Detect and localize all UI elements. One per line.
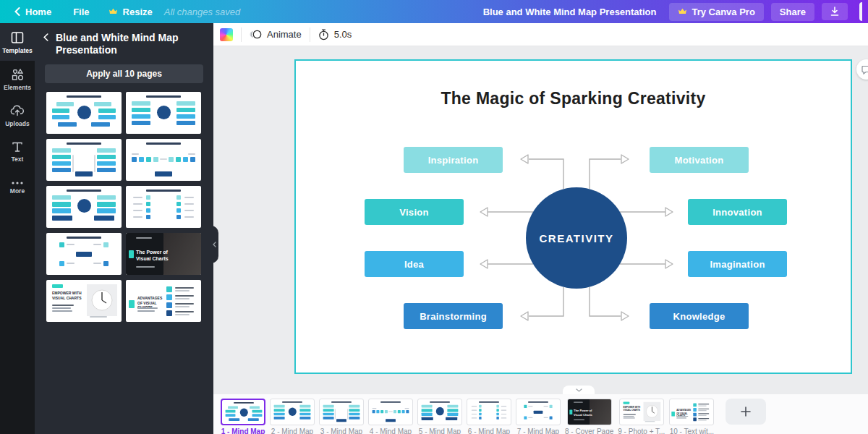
page-thumbnail-art: EMPOWER WITH VISUAL CHARTS bbox=[620, 399, 663, 425]
filmstrip-collapse-handle[interactable] bbox=[563, 386, 595, 394]
animate-label: Animate bbox=[267, 29, 302, 40]
apply-all-pages-button[interactable]: Apply all 10 pages bbox=[45, 64, 203, 83]
templates-icon bbox=[10, 30, 25, 45]
page-thumbnail-art: ADVANTAGES OF VISUAL CHARTS bbox=[670, 399, 713, 425]
chevron-left-icon bbox=[43, 33, 48, 41]
page-thumbnail-art bbox=[126, 139, 201, 181]
canvas-area: The Magic of Sparking Creativity bbox=[213, 46, 868, 394]
animate-icon bbox=[250, 29, 262, 40]
resize-button[interactable]: Resize bbox=[104, 4, 157, 20]
page-thumbnail-art bbox=[46, 139, 122, 181]
page-thumbnail-art bbox=[320, 399, 363, 425]
page-thumbnail-art bbox=[516, 399, 560, 425]
mindmap-node-innovation[interactable]: Innovation bbox=[688, 199, 787, 225]
page-thumbnail-art bbox=[222, 400, 265, 425]
template-thumbnail-1[interactable] bbox=[46, 92, 122, 134]
mindmap-node-imagination[interactable]: Imagination bbox=[688, 251, 787, 277]
template-thumbnail-6[interactable] bbox=[126, 186, 201, 228]
download-button[interactable] bbox=[822, 3, 848, 20]
comment-button[interactable] bbox=[856, 59, 868, 80]
object-toolbar: Animate 5.0s bbox=[213, 23, 868, 46]
download-icon bbox=[830, 7, 840, 17]
template-thumbnail-7[interactable] bbox=[46, 233, 122, 275]
mindmap-title[interactable]: The Magic of Sparking Creativity bbox=[296, 89, 851, 109]
page-thumbnail-art bbox=[126, 92, 201, 134]
home-label: Home bbox=[25, 7, 51, 17]
animate-button[interactable]: Animate bbox=[250, 29, 302, 40]
chevron-left-icon bbox=[213, 242, 216, 247]
sidebar-item-elements[interactable]: Elements bbox=[0, 61, 35, 97]
crown-icon bbox=[678, 8, 687, 15]
sidebar-item-text[interactable]: Text bbox=[0, 133, 35, 169]
background-color-swatch[interactable] bbox=[220, 28, 233, 41]
elements-icon bbox=[10, 67, 25, 82]
page-thumbnail-art bbox=[271, 399, 314, 425]
plus-icon bbox=[741, 407, 751, 417]
page-thumbnail-art: The Power ofVisual Charts bbox=[126, 233, 201, 275]
template-thumbnail-5[interactable] bbox=[46, 186, 122, 228]
panel-title: Blue and White Mind Map Presentation bbox=[56, 32, 203, 56]
filmstrip-page-7[interactable]: 7 - Mind Map bbox=[516, 399, 561, 434]
try-pro-label: Try Canva Pro bbox=[692, 7, 754, 17]
template-thumbnail-3[interactable] bbox=[46, 139, 122, 181]
mindmap-node-brainstorming[interactable]: Brainstorming bbox=[404, 303, 503, 329]
panel-collapse-handle[interactable] bbox=[208, 226, 218, 263]
panel-back-button[interactable] bbox=[43, 32, 48, 44]
template-thumbnail-8[interactable]: The Power ofVisual Charts bbox=[126, 233, 201, 275]
save-status: All changes saved bbox=[164, 7, 241, 17]
crown-icon bbox=[109, 8, 118, 15]
filmstrip-page-9[interactable]: EMPOWER WITH VISUAL CHARTS 9 - Photo + T… bbox=[618, 399, 665, 434]
page-thumbnail-art bbox=[46, 186, 122, 228]
comment-icon bbox=[861, 65, 868, 75]
sidebar-items: TemplatesElementsUploadsTextMore bbox=[0, 23, 35, 205]
duration-button[interactable]: 5.0s bbox=[318, 29, 352, 41]
text-icon bbox=[11, 140, 24, 153]
filmstrip-page-5[interactable]: 5 - Mind Map bbox=[417, 399, 462, 434]
page-thumbnail-art: The Power ofVisual Charts bbox=[568, 399, 611, 425]
sidebar-item-templates[interactable]: Templates bbox=[0, 23, 35, 61]
share-label: Share bbox=[780, 7, 806, 17]
design-page[interactable]: The Magic of Sparking Creativity bbox=[294, 59, 852, 374]
app-sidebar: TemplatesElementsUploadsTextMore bbox=[0, 23, 35, 434]
template-thumbnail-10[interactable]: ADVANTAGES OF VISUAL CHARTS bbox=[126, 280, 201, 322]
sidebar-item-more[interactable]: More bbox=[0, 169, 35, 205]
document-title[interactable]: Blue and White Mind Map Presentation bbox=[483, 7, 657, 17]
mindmap-node-motivation[interactable]: Motivation bbox=[650, 147, 749, 173]
stopwatch-icon bbox=[318, 29, 329, 41]
page-thumbnail-art: ADVANTAGES OF VISUAL CHARTS bbox=[126, 280, 201, 322]
template-thumbnail-9[interactable]: EMPOWER WITH VISUAL CHARTS bbox=[46, 280, 122, 322]
duration-label: 5.0s bbox=[334, 29, 352, 40]
filmstrip-page-8[interactable]: The Power ofVisual Charts 8 - Cover Page bbox=[565, 399, 613, 434]
filmstrip-page-1[interactable]: 1 - Mind Map bbox=[221, 399, 265, 434]
page-thumbnail-art: EMPOWER WITH VISUAL CHARTS bbox=[46, 280, 122, 322]
page-thumbnail-art bbox=[467, 399, 511, 425]
filmstrip-page-10[interactable]: ADVANTAGES OF VISUAL CHARTS 10 - Text wi… bbox=[669, 399, 714, 434]
page-thumbnail-art bbox=[126, 186, 201, 228]
mindmap-node-idea[interactable]: Idea bbox=[365, 251, 464, 277]
mindmap-center-node[interactable]: CREATIVITY bbox=[526, 187, 627, 289]
filmstrip-page-3[interactable]: 3 - Mind Map bbox=[319, 399, 364, 434]
file-menu[interactable]: File bbox=[69, 4, 93, 20]
uploads-icon bbox=[10, 103, 25, 118]
mindmap-node-inspiration[interactable]: Inspiration bbox=[404, 147, 503, 173]
try-canva-pro-button[interactable]: Try Canva Pro bbox=[669, 3, 763, 21]
home-button[interactable]: Home bbox=[10, 4, 56, 20]
page-thumbnail-art bbox=[46, 233, 122, 275]
mindmap-node-knowledge[interactable]: Knowledge bbox=[650, 303, 749, 329]
more-icon bbox=[11, 181, 24, 185]
page-thumbnail-art bbox=[46, 92, 122, 134]
chevron-down-icon bbox=[576, 388, 582, 392]
sidebar-item-uploads[interactable]: Uploads bbox=[0, 97, 35, 133]
filmstrip-page-2[interactable]: 2 - Mind Map bbox=[270, 399, 315, 434]
add-page-button[interactable] bbox=[726, 399, 766, 425]
filmstrip-page-6[interactable]: 6 - Mind Map bbox=[467, 399, 511, 434]
templates-panel: Blue and White Mind Map Presentation App… bbox=[35, 23, 213, 434]
top-bar: Home File Resize All changes saved Blue … bbox=[0, 0, 868, 23]
template-thumbnail-4[interactable] bbox=[126, 139, 201, 181]
chevron-left-icon bbox=[14, 7, 20, 16]
share-button[interactable]: Share bbox=[771, 3, 814, 21]
toolbar-divider bbox=[310, 27, 310, 42]
template-thumbnail-2[interactable] bbox=[126, 92, 201, 134]
filmstrip-page-4[interactable]: 4 - Mind Map bbox=[368, 399, 413, 434]
mindmap-node-vision[interactable]: Vision bbox=[365, 199, 464, 225]
